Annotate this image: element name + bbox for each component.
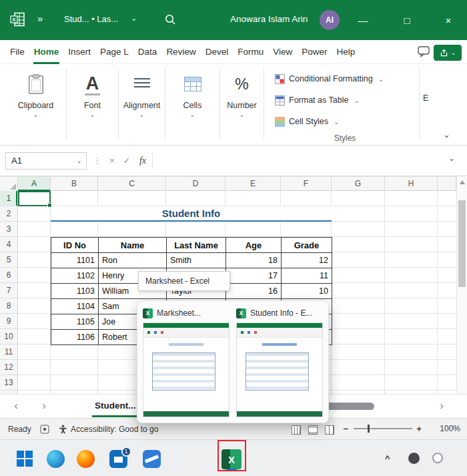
tab-data[interactable]: Data [133, 40, 162, 64]
window-thumbnail[interactable]: X Marksheet... [143, 306, 229, 417]
table-cell[interactable]: Smith [167, 253, 226, 268]
tab-page-layout[interactable]: Page L [95, 40, 133, 64]
tray-icon-light[interactable] [432, 453, 443, 463]
table-header-cell[interactable]: Last Name [167, 238, 226, 253]
th umbnail-preview[interactable] [236, 322, 323, 417]
tray-chevron-up-icon[interactable]: ^ [385, 440, 390, 476]
select-all-corner[interactable] [0, 177, 18, 191]
table-cell[interactable]: 11 [282, 268, 332, 284]
avatar[interactable]: AI [320, 10, 340, 30]
document-title[interactable]: Stud... • Las... [64, 14, 118, 24]
minimize-button[interactable]: — [352, 9, 374, 31]
page-layout-view-icon[interactable] [308, 425, 318, 435]
window-thumbnail[interactable]: X Student Info - E... [236, 306, 323, 417]
name-box[interactable]: A1 ⌄ [5, 152, 87, 170]
table-header-cell[interactable]: Age [226, 238, 282, 253]
row-header-1[interactable]: 1 [0, 191, 17, 206]
tab-home[interactable]: Home [29, 40, 64, 64]
zoom-in-button[interactable]: + [416, 418, 422, 439]
maximize-button[interactable]: □ [396, 9, 418, 31]
document-title-chevron-icon[interactable]: ⌄ [131, 14, 137, 23]
table-header-cell[interactable]: Name [99, 238, 167, 253]
sheet-title-cell[interactable]: Student Info [51, 206, 332, 221]
table-cell[interactable]: 1102 [51, 268, 99, 284]
column-header-partial[interactable] [438, 177, 456, 191]
table-cell[interactable]: 1103 [51, 284, 99, 299]
cell-styles-button[interactable]: Cell Styles ⌄ [275, 115, 339, 128]
excel-taskbar-icon[interactable]: X [221, 449, 242, 469]
conditional-formatting-button[interactable]: Conditional Formatting ⌄ [275, 72, 384, 85]
cells-group[interactable]: Cells ⌄ [165, 64, 219, 146]
table-cell[interactable]: 1106 [51, 330, 99, 345]
table-cell[interactable]: 1104 [51, 299, 99, 314]
tab-view[interactable]: View [268, 40, 297, 64]
table-cell[interactable]: 12 [282, 253, 332, 268]
zoom-level[interactable]: 100% [428, 418, 460, 439]
selected-cell-a1[interactable] [18, 191, 51, 206]
table-header-cell[interactable]: Grade [282, 238, 332, 253]
tab-developer[interactable]: Devel [201, 40, 234, 64]
zoom-slider[interactable] [354, 428, 412, 429]
name-box-chevron-icon[interactable]: ⌄ [77, 153, 82, 169]
quick-access-overflow[interactable]: » [37, 13, 43, 24]
windows-start-icon[interactable] [15, 449, 35, 469]
row-header-12[interactable]: 12 [0, 360, 17, 375]
row-header-3[interactable]: 3 [0, 222, 17, 237]
table-cell[interactable]: 1105 [51, 314, 99, 330]
table-cell[interactable]: 17 [226, 268, 282, 284]
table-cell[interactable]: Ron [99, 253, 167, 268]
page-break-view-icon[interactable] [325, 425, 334, 435]
row-header-2[interactable]: 2 [0, 206, 17, 222]
zoom-slider-thumb[interactable] [368, 425, 370, 433]
vertical-scrollbar[interactable] [456, 176, 467, 394]
vertical-scroll-thumb[interactable] [458, 200, 466, 287]
tab-review[interactable]: Review [161, 40, 200, 64]
ribbon-collapse-chevron-icon[interactable]: ⌄ [443, 130, 450, 140]
blue-app-icon[interactable] [141, 449, 161, 469]
scroll-up-icon[interactable] [460, 180, 465, 184]
tab-file[interactable]: File [5, 40, 29, 64]
tab-power[interactable]: Power [297, 40, 332, 64]
tab-help[interactable]: Help [332, 40, 360, 64]
row-header-4[interactable]: 4 [0, 237, 17, 252]
table-header-cell[interactable]: ID No [51, 238, 99, 253]
comments-icon[interactable] [418, 46, 430, 60]
column-header-e[interactable]: E [225, 177, 281, 191]
table-cell[interactable]: 18 [226, 253, 282, 268]
tray-icon-dark[interactable] [408, 453, 420, 464]
account-name[interactable]: Anowara Islam Arin [230, 14, 308, 24]
edge-browser-icon[interactable] [45, 449, 65, 469]
row-header-5[interactable]: 5 [0, 252, 17, 268]
formula-input[interactable] [155, 152, 440, 170]
insert-function-icon[interactable]: fx [135, 152, 150, 170]
number-group[interactable]: % Number ⌄ [220, 64, 264, 146]
microsoft-store-icon[interactable]: 1 [108, 449, 128, 469]
format-as-table-button[interactable]: Format as Table ⌄ [275, 93, 360, 107]
firefox-browser-icon[interactable] [75, 449, 95, 469]
font-group[interactable]: A Font ⌄ [67, 64, 118, 146]
column-header-f[interactable]: F [281, 177, 332, 191]
formula-bar-expand-chevron-icon[interactable]: ⌄ [448, 154, 455, 163]
zoom-out-button[interactable]: − [343, 418, 348, 439]
macro-record-icon[interactable] [40, 425, 49, 436]
tab-insert[interactable]: Insert [63, 40, 95, 64]
table-cell[interactable]: 1101 [51, 253, 99, 268]
horizontal-scroll-thumb[interactable] [325, 403, 374, 410]
table-cell[interactable]: 10 [282, 284, 332, 299]
column-header-g[interactable]: G [332, 177, 385, 191]
normal-view-icon[interactable] [292, 425, 301, 435]
share-button[interactable]: ⌄ [434, 45, 462, 61]
row-header-11[interactable]: 11 [0, 344, 17, 360]
clipboard-group[interactable]: Clipboard ⌄ [5, 64, 66, 146]
excel-app-icon[interactable]: X [9, 11, 25, 30]
cancel-entry-icon[interactable]: × [105, 152, 119, 170]
alignment-group[interactable]: Alignment ⌄ [119, 64, 165, 146]
thumbnail-preview[interactable] [143, 322, 229, 417]
row-header-7[interactable]: 7 [0, 283, 17, 298]
search-icon[interactable] [164, 13, 176, 28]
table-cell[interactable]: 16 [226, 284, 282, 299]
confirm-entry-icon[interactable]: ✓ [120, 152, 133, 170]
row-header-9[interactable]: 9 [0, 314, 17, 329]
column-header-b[interactable]: B [51, 177, 98, 191]
column-header-a[interactable]: A [18, 177, 51, 191]
